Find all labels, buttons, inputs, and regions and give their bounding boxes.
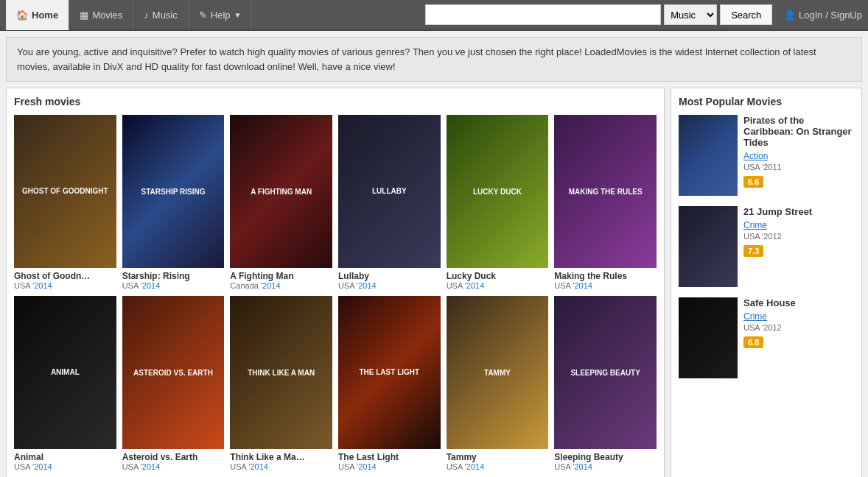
movie-card[interactable]: LUCKY DUCK Lucky Duck USA '2014 — [447, 115, 549, 290]
nav-movies-label: Movies — [92, 10, 122, 21]
nav-music-label: Music — [153, 10, 178, 21]
movie-year-link[interactable]: 2014 — [466, 281, 484, 290]
movie-cover: LULLABY — [338, 115, 441, 268]
movie-year-link[interactable]: 2014 — [34, 462, 52, 471]
movie-year-link[interactable]: 2014 — [142, 281, 160, 290]
popular-movie-genre-link[interactable]: Crime — [743, 311, 854, 322]
home-icon: 🏠 — [16, 10, 28, 21]
popular-movie-item[interactable]: Pirates of the Caribbean: On Stranger Ti… — [679, 115, 854, 196]
nav-music[interactable]: ♪ Music — [133, 0, 188, 30]
movie-cover: A FIGHTING MAN — [230, 115, 332, 268]
popular-movie-cover — [679, 206, 738, 287]
movie-cover-text: TAMMY — [447, 296, 549, 449]
movie-year-link[interactable]: 2014 — [466, 462, 484, 471]
movie-meta: USA '2014 — [122, 462, 225, 471]
movie-cover: GHOST OF GOODNIGHT — [14, 115, 116, 268]
search-button[interactable]: Search — [720, 4, 772, 25]
movie-year-link[interactable]: 2014 — [358, 281, 376, 290]
movie-cover: MAKING THE RULES — [554, 115, 657, 268]
movie-cover-text: THINK LIKE A MAN — [230, 296, 332, 449]
popular-movie-genre-link[interactable]: Action — [743, 151, 854, 161]
movie-cover: SLEEPING BEAUTY — [554, 296, 657, 449]
main-layout: Fresh movies GHOST OF GOODNIGHT Ghost of… — [6, 88, 862, 477]
movie-cover-text: ANIMAL — [14, 296, 116, 449]
movie-card[interactable]: STARSHIP RISING Starship: Rising USA '20… — [122, 115, 225, 290]
popular-movie-item[interactable]: 21 Jump Street Crime USA '2012 7.3 — [679, 206, 854, 287]
movie-year-link[interactable]: 2014 — [575, 462, 592, 471]
movie-title: Lucky Duck — [447, 271, 549, 281]
movie-card[interactable]: THINK LIKE A MAN Think Like a Ma… USA '2… — [230, 296, 332, 471]
nav-movies[interactable]: ▦ Movies — [69, 0, 133, 30]
movie-card[interactable]: ANIMAL Animal USA '2014 — [14, 296, 116, 471]
movie-cover-text: SLEEPING BEAUTY — [554, 296, 657, 449]
movie-meta: USA '2014 — [14, 462, 116, 471]
movie-title: Tammy — [447, 452, 549, 462]
movie-meta: USA '2014 — [14, 281, 116, 290]
login-signup-link[interactable]: 👤 LogIn / SignUp — [784, 10, 862, 21]
movie-card[interactable]: ASTEROID VS. EARTH Asteroid vs. Earth US… — [122, 296, 225, 471]
movie-cover: TAMMY — [447, 296, 549, 449]
popular-movie-info: Pirates of the Caribbean: On Stranger Ti… — [743, 115, 854, 196]
popular-movies-title: Most Popular Movies — [679, 96, 854, 107]
search-category-select[interactable]: Music Movies — [664, 4, 717, 25]
popular-movie-rating: 6.6 — [743, 176, 763, 188]
movie-cover: ANIMAL — [14, 296, 116, 449]
fresh-movies-section: Fresh movies GHOST OF GOODNIGHT Ghost of… — [6, 88, 665, 477]
nav-home-label: Home — [32, 10, 58, 21]
nav-help-label: Help — [211, 10, 231, 21]
help-icon: ✎ — [199, 10, 207, 21]
movie-card[interactable]: SLEEPING BEAUTY Sleeping Beauty USA '201… — [554, 296, 657, 471]
popular-movie-rating: 7.3 — [743, 245, 763, 257]
search-bar: Music Movies Search — [425, 4, 772, 25]
login-label: LogIn / SignUp — [799, 10, 862, 21]
movie-cover-text: LULLABY — [338, 115, 441, 268]
movie-title: Animal — [14, 452, 116, 462]
movie-card[interactable]: MAKING THE RULES Making the Rules USA '2… — [554, 115, 657, 290]
movie-meta: USA '2014 — [447, 281, 549, 290]
movie-card[interactable]: GHOST OF GOODNIGHT Ghost of Goodn… USA '… — [14, 115, 116, 290]
movie-card[interactable]: A FIGHTING MAN A Fighting Man Canada '20… — [230, 115, 332, 290]
movie-meta: USA '2014 — [230, 462, 332, 471]
movie-title: Starship: Rising — [122, 271, 225, 281]
movie-cover-text: ASTEROID VS. EARTH — [122, 296, 225, 449]
movie-cover-text: GHOST OF GOODNIGHT — [14, 115, 116, 268]
movie-meta: USA '2014 — [338, 462, 441, 471]
popular-movie-rating: 6.8 — [743, 336, 763, 348]
movie-year-link[interactable]: 2014 — [34, 281, 52, 290]
movie-card[interactable]: LULLABY Lullaby USA '2014 — [338, 115, 441, 290]
movie-card[interactable]: THE LAST LIGHT The Last Light USA '2014 — [338, 296, 441, 471]
popular-movies-section: Most Popular Movies Pirates of the Carib… — [671, 88, 862, 477]
search-input[interactable] — [425, 4, 661, 25]
popular-movie-title: 21 Jump Street — [743, 206, 854, 217]
popular-movie-country: USA '2012 — [743, 323, 854, 332]
movie-meta: USA '2014 — [554, 462, 657, 471]
movie-year-link[interactable]: 2014 — [251, 462, 268, 471]
movie-meta: USA '2014 — [338, 281, 441, 290]
banner-text: You are young, active and inquisitive? P… — [17, 46, 816, 72]
popular-movie-cover — [679, 297, 738, 378]
movie-year-link[interactable]: 2014 — [575, 281, 592, 290]
movie-title: Asteroid vs. Earth — [122, 452, 225, 462]
movie-title: A Fighting Man — [230, 271, 332, 281]
nav-help[interactable]: ✎ Help ▼ — [189, 0, 253, 30]
popular-movie-genre-link[interactable]: Crime — [743, 220, 854, 230]
movie-cover-text: STARSHIP RISING — [122, 115, 225, 268]
nav-home[interactable]: 🏠 Home — [6, 0, 69, 30]
movie-card[interactable]: TAMMY Tammy USA '2014 — [447, 296, 549, 471]
movie-cover: ASTEROID VS. EARTH — [122, 296, 225, 449]
movie-meta: USA '2014 — [122, 281, 225, 290]
popular-movies-list: Pirates of the Caribbean: On Stranger Ti… — [679, 115, 854, 378]
dropdown-arrow-icon: ▼ — [234, 11, 242, 19]
movie-title: Lullaby — [338, 271, 441, 281]
movie-cover-text: MAKING THE RULES — [554, 115, 657, 268]
movie-title: Sleeping Beauty — [554, 452, 657, 462]
movie-title: Think Like a Ma… — [230, 452, 332, 462]
movie-cover-text: A FIGHTING MAN — [230, 115, 332, 268]
popular-movie-info: Safe House Crime USA '2012 6.8 — [743, 297, 854, 378]
movie-year-link[interactable]: 2014 — [358, 462, 376, 471]
movie-year-link[interactable]: 2014 — [262, 281, 280, 290]
navbar: 🏠 Home ▦ Movies ♪ Music ✎ Help ▼ Music M… — [0, 0, 868, 31]
movie-year-link[interactable]: 2014 — [142, 462, 160, 471]
popular-movie-item[interactable]: Safe House Crime USA '2012 6.8 — [679, 297, 854, 378]
movie-title: Ghost of Goodn… — [14, 271, 116, 281]
